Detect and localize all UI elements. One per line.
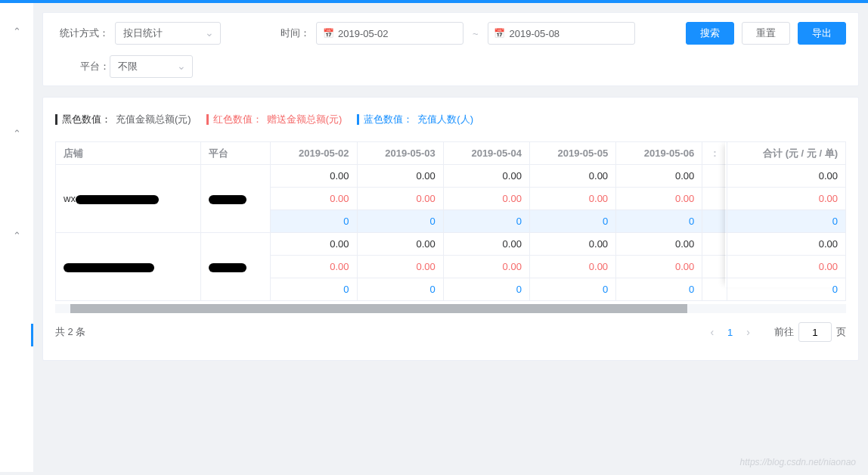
legend-blue-val: 充值人数(人) [417,113,473,126]
col-more: : [702,142,727,165]
page-number[interactable]: 1 [720,327,740,338]
filter-bar: 统计方式： 按日统计 时间： 📅 2019-05-02 ~ 📅 2019-05-… [43,13,858,85]
metric-cell: 0 [443,210,529,233]
platform-select[interactable]: 不限 [110,55,193,78]
metric-cell: 0.00 [443,188,529,210]
metric-cell: 0.00 [529,188,615,210]
time-label: 时间： [265,26,310,40]
prev-page-button[interactable]: ‹ [704,326,720,338]
data-table-wrap: 店铺 平台 2019-05-02 2019-05-03 2019-05-04 2… [43,141,858,301]
stat-method-select[interactable]: 按日统计 [115,22,221,45]
gap-cell [702,233,727,256]
horizontal-scrollbar[interactable] [55,304,846,313]
legend-black-val: 充值金额总额(元) [116,113,191,126]
metric-cell: 0 [271,210,357,233]
metric-cell: 0.00 [443,165,529,188]
platform-value: 不限 [118,60,138,73]
col-store: 店铺 [56,142,201,165]
legend-red-val: 赠送金额总额(元) [267,113,343,126]
goto-input[interactable] [798,322,832,342]
metric-cell: 0.00 [271,256,357,278]
gap-cell [702,165,727,188]
watermark: https://blog.csdn.net/niaonao [740,457,856,467]
total-cell: 0.00 [727,165,846,188]
next-page-button[interactable]: › [740,326,756,338]
col-date-0: 2019-05-02 [271,142,357,165]
date-separator: ~ [470,28,482,39]
metric-cell: 0 [271,278,357,301]
metric-cell: 0.00 [616,256,702,278]
main-content: 统计方式： 按日统计 时间： 📅 2019-05-02 ~ 📅 2019-05-… [33,3,868,472]
metric-cell: 0 [443,278,529,301]
total-text: 共 2 条 [55,325,85,339]
platform-label: 平台： [76,60,110,73]
reset-button[interactable]: 重置 [742,22,790,45]
metric-cell: 0.00 [357,233,443,256]
table-row: wx0.000.000.000.000.000.00 [56,165,846,188]
metric-cell: 0.00 [529,233,615,256]
col-date-2: 2019-05-04 [443,142,529,165]
metric-cell: 0.00 [357,165,443,188]
metric-cell: 0.00 [357,256,443,278]
export-button[interactable]: 导出 [798,22,846,45]
metric-cell: 0.00 [616,165,702,188]
stat-method-value: 按日统计 [123,26,163,40]
total-cell: 0.00 [727,188,846,210]
stat-method-label: 统计方式： [60,26,109,40]
metric-cell: 0.00 [529,256,615,278]
metric-cell: 0 [357,278,443,301]
total-cell: 0 [727,210,846,233]
gap-cell [702,210,727,233]
col-date-4: 2019-05-06 [616,142,702,165]
metric-cell: 0.00 [271,165,357,188]
metric-cell: 0.00 [357,188,443,210]
total-cell: 0.00 [727,233,846,256]
gap-cell [702,278,727,301]
metric-cell: 0.00 [271,233,357,256]
metric-cell: 0 [357,210,443,233]
chevron-up-icon[interactable]: ⌃ [13,230,21,241]
gap-cell [702,256,727,278]
table-header-row: 店铺 平台 2019-05-02 2019-05-03 2019-05-04 2… [56,142,846,165]
pagination: 共 2 条 ‹ 1 › 前往 页 [43,313,858,354]
goto-suffix: 页 [836,325,846,339]
legend-bar-red [206,114,209,125]
date-start-value: 2019-05-02 [338,28,389,39]
platform-cell [200,165,271,233]
metric-cell: 0.00 [616,188,702,210]
search-button[interactable]: 搜索 [686,22,734,45]
legend-blue-key: 蓝色数值： [364,113,413,126]
date-end-value: 2019-05-08 [510,28,560,39]
col-total: 合计 (元 / 元 / 单) [727,142,846,165]
sidebar-active-indicator [31,324,33,346]
legend-red-key: 红色数值： [213,113,262,126]
metric-cell: 0.00 [443,233,529,256]
date-start-input[interactable]: 📅 2019-05-02 [316,22,463,45]
col-date-1: 2019-05-03 [357,142,443,165]
metric-cell: 0 [616,210,702,233]
legend-bar-black [55,114,57,125]
store-cell [56,233,201,301]
total-cell: 0.00 [727,256,846,278]
calendar-icon: 📅 [323,28,333,39]
goto-label: 前往 [774,325,794,339]
metric-cell: 0 [616,278,702,301]
legend: 黑色数值： 充值金额总额(元) 红色数值： 赠送金额总额(元) 蓝色数值： 充值… [43,98,858,141]
metric-cell: 0.00 [271,188,357,210]
metric-cell: 0 [529,210,615,233]
metric-cell: 0.00 [529,165,615,188]
scrollbar-thumb[interactable] [70,304,687,313]
date-end-input[interactable]: 📅 2019-05-08 [488,22,635,45]
table-row: 0.000.000.000.000.000.00 [56,233,846,256]
store-cell: wx [56,165,201,233]
calendar-icon: 📅 [494,28,505,39]
platform-cell [200,233,271,301]
col-platform: 平台 [200,142,271,165]
metric-cell: 0.00 [443,256,529,278]
gap-cell [702,188,727,210]
chevron-up-icon[interactable]: ⌃ [13,128,21,139]
sidebar: ⌃ ⌃ ⌃ [0,3,33,472]
chevron-up-icon[interactable]: ⌃ [13,26,21,37]
total-cell: 0 [727,278,846,301]
legend-black-key: 黑色数值： [62,113,111,126]
